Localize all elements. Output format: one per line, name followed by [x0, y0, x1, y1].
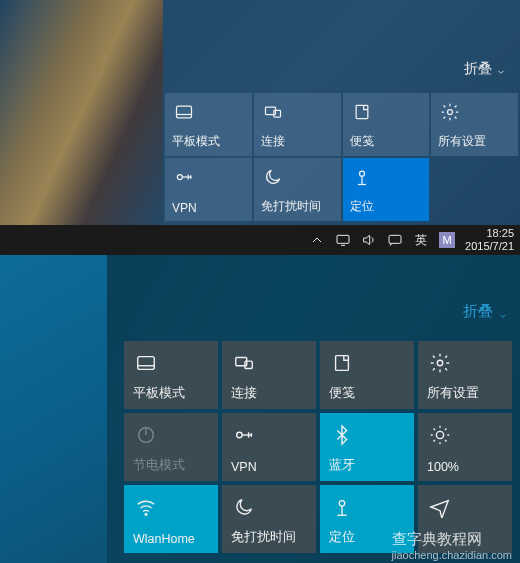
tile-location[interactable]: 定位 [320, 485, 414, 553]
tile-tablet-mode[interactable]: 平板模式 [165, 93, 252, 156]
bottom-screenshot: 折叠 平板模式连接便笺所有设置节电模式VPN蓝牙100%WlanHome免打扰时… [0, 255, 520, 563]
tile-label: 免打扰时间 [231, 529, 312, 546]
tile-wifi[interactable]: WlanHome [124, 485, 218, 553]
chevron-down-icon [496, 64, 506, 74]
collapse-button-top[interactable]: 折叠 [464, 60, 506, 78]
tile-label: VPN [172, 201, 248, 215]
quick-actions-bottom: 平板模式连接便笺所有设置节电模式VPN蓝牙100%WlanHome免打扰时间定位 [124, 341, 512, 553]
tile-label: 蓝牙 [329, 457, 410, 474]
tile-label: 平板模式 [133, 385, 214, 402]
top-screenshot: 折叠 平板模式连接便笺所有设置VPN免打扰时间定位 英 M 18:25 2015… [0, 0, 520, 255]
gear-icon [429, 352, 451, 374]
tile-all-settings[interactable]: 所有设置 [431, 93, 518, 156]
tile-location[interactable]: 定位 [343, 158, 430, 221]
wallpaper-top [0, 0, 163, 225]
tile-label: 定位 [329, 529, 410, 546]
tablet-icon [135, 352, 157, 374]
tile-label: 所有设置 [438, 133, 514, 150]
tile-label: WlanHome [133, 532, 214, 546]
note-icon [331, 352, 353, 374]
tile-label: 便笺 [350, 133, 426, 150]
tile-label: 连接 [261, 133, 337, 150]
collapse-label: 折叠 [463, 302, 493, 321]
system-tray: 英 M [309, 232, 455, 248]
clock-date: 2015/7/21 [465, 240, 514, 253]
tile-label: 节电模式 [133, 457, 214, 474]
tile-quiet-hours[interactable]: 免打扰时间 [222, 485, 316, 553]
chevron-down-icon [498, 307, 508, 317]
tile-connect[interactable]: 连接 [222, 341, 316, 409]
tile-bluetooth[interactable]: 蓝牙 [320, 413, 414, 481]
volume-icon[interactable] [361, 232, 377, 248]
moon-icon [233, 496, 255, 518]
quick-actions-top: 平板模式连接便笺所有设置VPN免打扰时间定位 [163, 93, 520, 221]
action-center-icon[interactable] [387, 232, 403, 248]
project-icon[interactable] [335, 232, 351, 248]
vpn-icon [174, 167, 194, 187]
location-icon [352, 167, 372, 187]
tile-quiet-hours[interactable]: 免打扰时间 [254, 158, 341, 221]
tile-note[interactable]: 便笺 [343, 93, 430, 156]
tile-label: 定位 [350, 198, 426, 215]
tile-connect[interactable]: 连接 [254, 93, 341, 156]
tile-label: 平板模式 [172, 133, 248, 150]
connect-icon [233, 352, 255, 374]
tile-label: 100% [427, 460, 508, 474]
tablet-icon [174, 102, 194, 122]
sun-icon [429, 424, 451, 446]
tile-airplane[interactable] [418, 485, 512, 553]
tile-vpn[interactable]: VPN [222, 413, 316, 481]
tile-label: 连接 [231, 385, 312, 402]
power-icon [135, 424, 157, 446]
wifi-icon [135, 496, 157, 518]
ime-lang-indicator[interactable]: 英 [413, 232, 429, 248]
tile-all-settings[interactable]: 所有设置 [418, 341, 512, 409]
tile-label: 所有设置 [427, 385, 508, 402]
note-icon [352, 102, 372, 122]
ime-mode-indicator[interactable]: M [439, 232, 455, 248]
bluetooth-icon [331, 424, 353, 446]
tray-overflow-icon[interactable] [309, 232, 325, 248]
plane-icon [429, 496, 451, 518]
location-icon [331, 496, 353, 518]
moon-icon [263, 167, 283, 187]
wallpaper-bottom [0, 255, 107, 563]
taskbar: 英 M 18:25 2015/7/21 [0, 225, 520, 255]
collapse-label: 折叠 [464, 60, 492, 78]
tile-label: 便笺 [329, 385, 410, 402]
clock-time: 18:25 [465, 227, 514, 240]
tile-vpn[interactable]: VPN [165, 158, 252, 221]
gear-icon [440, 102, 460, 122]
tile-label: 免打扰时间 [261, 198, 337, 215]
taskbar-clock[interactable]: 18:25 2015/7/21 [465, 227, 516, 253]
vpn-icon [233, 424, 255, 446]
tile-note[interactable]: 便笺 [320, 341, 414, 409]
tile-tablet-mode[interactable]: 平板模式 [124, 341, 218, 409]
tile-brightness[interactable]: 100% [418, 413, 512, 481]
connect-icon [263, 102, 283, 122]
tile-battery-saver[interactable]: 节电模式 [124, 413, 218, 481]
collapse-button-bottom[interactable]: 折叠 [463, 302, 508, 321]
tile-label: VPN [231, 460, 312, 474]
